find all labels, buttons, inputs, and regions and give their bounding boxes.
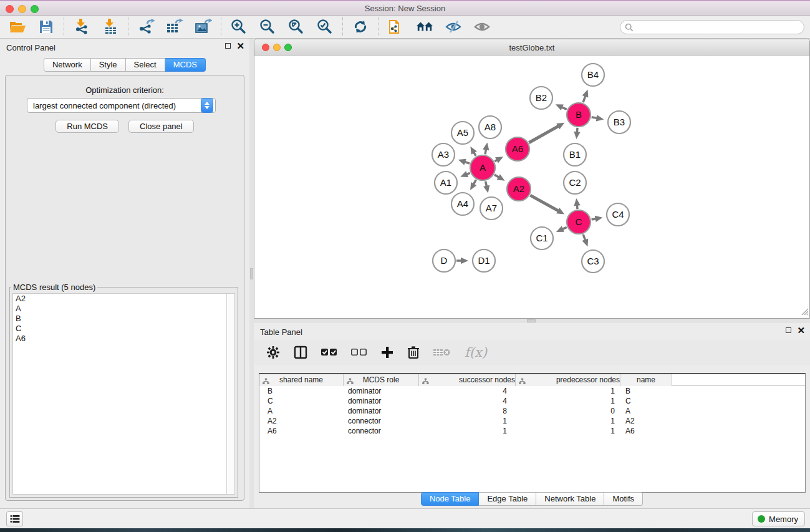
- graph-node-C1[interactable]: C1: [531, 227, 553, 249]
- delete-column-icon[interactable]: [407, 343, 420, 362]
- table-cell[interactable]: A: [620, 406, 672, 416]
- search-field[interactable]: [620, 20, 804, 34]
- close-panel-button[interactable]: Close panel: [128, 120, 194, 133]
- tab-node-table[interactable]: Node Table: [421, 492, 480, 506]
- open-file-icon[interactable]: [9, 18, 26, 36]
- table-cell[interactable]: A6: [259, 426, 344, 436]
- table-row[interactable]: A6connector11A6: [259, 426, 805, 436]
- search-input[interactable]: [634, 22, 804, 33]
- split-view-icon[interactable]: [294, 343, 307, 362]
- new-network-icon[interactable]: [387, 18, 405, 36]
- table-row[interactable]: Bdominator41B: [259, 386, 805, 396]
- graph-node-B2[interactable]: B2: [530, 87, 552, 109]
- table-cell[interactable]: 4: [419, 396, 516, 406]
- import-table-icon[interactable]: [102, 18, 119, 36]
- result-item[interactable]: C: [13, 324, 234, 334]
- export-network-icon[interactable]: [137, 18, 155, 36]
- graph-node-A7[interactable]: A7: [480, 197, 503, 220]
- table-cell[interactable]: connector: [344, 426, 419, 436]
- add-column-icon[interactable]: [381, 343, 393, 362]
- graph-node-B4[interactable]: B4: [582, 64, 604, 86]
- vertical-splitter-handle[interactable]: [250, 268, 253, 279]
- column-header-successor-nodes[interactable]: successor nodes: [419, 374, 516, 386]
- table-cell[interactable]: B: [620, 386, 672, 396]
- horizontal-splitter[interactable]: [254, 319, 810, 323]
- table-cell[interactable]: dominator: [344, 386, 419, 396]
- table-cell[interactable]: C: [259, 396, 344, 406]
- horizontal-splitter-handle[interactable]: [527, 319, 536, 322]
- table-cell[interactable]: A6: [620, 426, 672, 436]
- result-item[interactable]: A2: [13, 294, 234, 304]
- resize-grip-icon[interactable]: [801, 307, 808, 317]
- export-image-icon[interactable]: [195, 18, 212, 36]
- table-cell[interactable]: 1: [516, 426, 620, 436]
- export-table-icon[interactable]: [166, 18, 183, 36]
- table-cell[interactable]: B: [259, 386, 344, 396]
- hide-panel-icon[interactable]: [445, 18, 462, 36]
- show-panel-icon[interactable]: [473, 18, 491, 36]
- settings-gear-icon[interactable]: [266, 343, 280, 362]
- graph-node-B3[interactable]: B3: [608, 111, 630, 133]
- memory-button[interactable]: Memory: [752, 511, 805, 526]
- apply-layout-icon[interactable]: [352, 18, 369, 36]
- graph-node-D[interactable]: D: [433, 249, 455, 272]
- graph-node-B1[interactable]: B1: [564, 143, 586, 166]
- table-cell[interactable]: 1: [419, 416, 516, 426]
- import-network-icon[interactable]: [73, 18, 90, 36]
- graph-node-A5[interactable]: A5: [451, 122, 474, 144]
- float-panel-icon[interactable]: [225, 43, 231, 49]
- graph-node-B[interactable]: B: [567, 103, 591, 127]
- zoom-selected-icon[interactable]: [316, 18, 334, 36]
- table-row[interactable]: Cdominator41C: [259, 396, 805, 406]
- zoom-in-icon[interactable]: [230, 18, 248, 36]
- vertical-splitter[interactable]: [249, 39, 254, 508]
- graph-node-A[interactable]: A: [470, 155, 495, 180]
- result-item[interactable]: A: [13, 304, 234, 314]
- zoom-out-icon[interactable]: [259, 18, 276, 36]
- network-canvas[interactable]: AA1A2A3A4A5A6A7A8BB1B2B3B4CC1C2C3C4DD1: [254, 56, 809, 318]
- table-cell[interactable]: connector: [344, 416, 419, 426]
- table-cell[interactable]: 1: [516, 386, 620, 396]
- tab-mcds[interactable]: MCDS: [165, 58, 206, 72]
- zoom-fit-icon[interactable]: [287, 18, 305, 36]
- result-item[interactable]: A6: [13, 334, 234, 344]
- task-history-button[interactable]: [6, 511, 23, 526]
- select-checks-icon[interactable]: [321, 343, 337, 362]
- tab-style[interactable]: Style: [91, 58, 126, 72]
- graph-node-A2[interactable]: A2: [507, 177, 531, 201]
- table-float-icon[interactable]: [786, 327, 791, 333]
- table-cell[interactable]: 4: [419, 386, 516, 396]
- table-cell[interactable]: dominator: [344, 406, 419, 416]
- column-header-predecessor-nodes[interactable]: predecessor nodes: [516, 374, 620, 386]
- table-cell[interactable]: 1: [516, 396, 620, 406]
- table-cell[interactable]: 1: [419, 426, 516, 436]
- cybrowser-icon[interactable]: [416, 18, 433, 36]
- graph-node-C[interactable]: C: [567, 210, 591, 234]
- tab-select[interactable]: Select: [126, 58, 165, 72]
- network-window-titlebar[interactable]: testGlobe.txt: [254, 39, 809, 56]
- result-item[interactable]: B: [13, 314, 234, 324]
- table-row[interactable]: Adominator80A: [259, 406, 805, 416]
- tab-network-table[interactable]: Network Table: [536, 492, 604, 506]
- graph-node-C2[interactable]: C2: [564, 172, 586, 194]
- graph-node-C4[interactable]: C4: [607, 203, 629, 226]
- table-row[interactable]: A2connector11A2: [259, 416, 805, 426]
- criterion-dropdown[interactable]: largest connected component (directed): [27, 98, 216, 113]
- run-mcds-button[interactable]: Run MCDS: [55, 120, 119, 133]
- graph-node-A8[interactable]: A8: [479, 116, 501, 138]
- table-close-icon[interactable]: ✕: [797, 327, 805, 334]
- column-header-name[interactable]: name: [620, 374, 672, 386]
- table-cell[interactable]: A2: [620, 416, 672, 426]
- graph-node-A3[interactable]: A3: [432, 143, 455, 166]
- save-session-icon[interactable]: [37, 18, 55, 36]
- graph-node-C3[interactable]: C3: [582, 250, 604, 273]
- graph-node-A6[interactable]: A6: [506, 137, 529, 161]
- table-cell[interactable]: 1: [516, 416, 620, 426]
- close-panel-icon[interactable]: ✕: [236, 42, 244, 49]
- graph-node-A1[interactable]: A1: [435, 172, 457, 194]
- graph-edge-A2-C[interactable]: [530, 195, 559, 211]
- graph-node-A4[interactable]: A4: [451, 193, 474, 215]
- graph-edge-A6-B[interactable]: [529, 126, 559, 143]
- unselect-checks-icon[interactable]: [351, 343, 367, 362]
- table-cell[interactable]: dominator: [344, 396, 419, 406]
